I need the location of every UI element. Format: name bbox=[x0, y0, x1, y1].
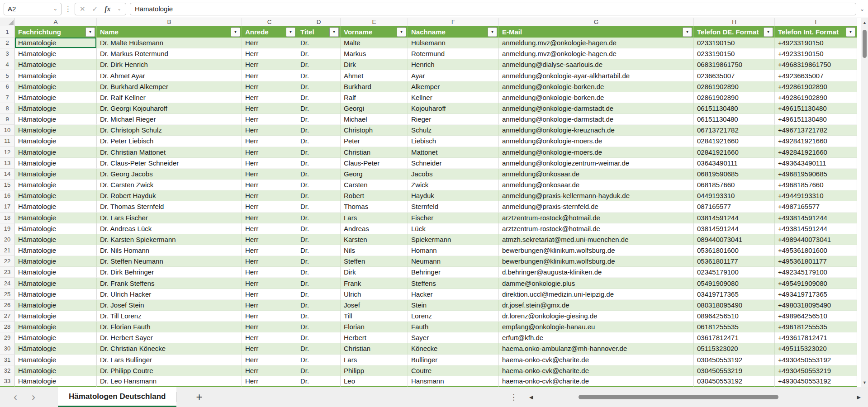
cell-I33[interactable]: +4930450553192 bbox=[775, 376, 857, 387]
cell-H14[interactable]: 06819590685 bbox=[694, 169, 775, 180]
cell-G18[interactable]: arztzentrum-rostock@hotmail.de bbox=[499, 213, 694, 223]
cell-H29[interactable]: 03617812471 bbox=[694, 332, 775, 343]
cell-H32[interactable]: 030450553219 bbox=[694, 365, 775, 376]
cell-B16[interactable]: Dr. Robert Hayduk bbox=[97, 190, 242, 201]
cell-A17[interactable]: Hämatologie bbox=[15, 201, 97, 212]
row-header-11[interactable]: 11 bbox=[0, 136, 15, 147]
cell-A11[interactable]: Hämatologie bbox=[15, 136, 97, 147]
cell-I24[interactable]: +495491909080 bbox=[775, 278, 857, 289]
filter-button-H[interactable]: ▾ bbox=[764, 27, 773, 37]
cell-A23[interactable]: Hämatologie bbox=[15, 267, 97, 278]
cell-B4[interactable]: Dr. Dirk Henrich bbox=[97, 59, 242, 70]
cell-C20[interactable]: Herr bbox=[242, 234, 297, 245]
cell-G7[interactable]: anmeldung@onkologie-borken.de bbox=[499, 92, 694, 103]
cell-B21[interactable]: Dr. Nils Homann bbox=[97, 245, 242, 256]
cell-E23[interactable]: Dirk bbox=[341, 267, 408, 278]
cell-G33[interactable]: haema-onko-cvk@charite.de bbox=[499, 376, 694, 387]
cell-G6[interactable]: anmeldung@onkologie-borken.de bbox=[499, 81, 694, 92]
row-header-13[interactable]: 13 bbox=[0, 158, 15, 169]
cell-E28[interactable]: Florian bbox=[341, 322, 408, 332]
cell-G31[interactable]: haema-onko-cvk@charite.de bbox=[499, 355, 694, 365]
cell-B15[interactable]: Dr. Carsten Zwick bbox=[97, 180, 242, 190]
cell-F23[interactable]: Behringer bbox=[408, 267, 499, 278]
cell-D28[interactable]: Dr. bbox=[297, 322, 341, 332]
cell-H7[interactable]: 02861902890 bbox=[694, 92, 775, 103]
column-header-B[interactable]: B bbox=[97, 18, 242, 26]
cell-G26[interactable]: dr.josef.stein@gmx.de bbox=[499, 300, 694, 311]
cell-D31[interactable]: Dr. bbox=[297, 355, 341, 365]
cell-I20[interactable]: +4989440073041 bbox=[775, 234, 857, 245]
cell-B9[interactable]: Dr. Michael Rieger bbox=[97, 114, 242, 125]
cell-C2[interactable]: Herr bbox=[242, 38, 297, 48]
column-header-D[interactable]: D bbox=[297, 18, 341, 26]
cell-E30[interactable]: Christian bbox=[341, 343, 408, 354]
cell-C17[interactable]: Herr bbox=[242, 201, 297, 212]
cell-D22[interactable]: Dr. bbox=[297, 256, 341, 267]
cell-B20[interactable]: Dr. Karsten Spiekermann bbox=[97, 234, 242, 245]
cell-B6[interactable]: Dr. Burkhard Alkemper bbox=[97, 81, 242, 92]
cell-E12[interactable]: Christian bbox=[341, 147, 408, 158]
cell-A25[interactable]: Hämatologie bbox=[15, 289, 97, 300]
cell-I10[interactable]: +496713721782 bbox=[775, 125, 857, 136]
cell-H25[interactable]: 03419717365 bbox=[694, 289, 775, 300]
cell-H10[interactable]: 06713721782 bbox=[694, 125, 775, 136]
cell-C23[interactable]: Herr bbox=[242, 267, 297, 278]
cell-C15[interactable]: Herr bbox=[242, 180, 297, 190]
cell-B28[interactable]: Dr. Florian Fauth bbox=[97, 322, 242, 332]
cell-B2[interactable]: Dr. Malte Hülsemann bbox=[97, 38, 242, 48]
table-header-titel[interactable]: Titel▾ bbox=[297, 26, 341, 38]
cell-C18[interactable]: Herr bbox=[242, 213, 297, 223]
cell-G10[interactable]: anmeldung@onkologie-kreuznach.de bbox=[499, 125, 694, 136]
cell-C3[interactable]: Herr bbox=[242, 48, 297, 59]
cell-A24[interactable]: Hämatologie bbox=[15, 278, 97, 289]
cell-I18[interactable]: +493814591244 bbox=[775, 213, 857, 223]
cell-A6[interactable]: Hämatologie bbox=[15, 81, 97, 92]
row-header-3[interactable]: 3 bbox=[0, 48, 15, 59]
cell-I13[interactable]: +493643490111 bbox=[775, 158, 857, 169]
cell-I17[interactable]: +4987165577 bbox=[775, 201, 857, 212]
cell-B18[interactable]: Dr. Lars Fischer bbox=[97, 213, 242, 223]
formula-bar-kebab-icon[interactable]: ⋮ bbox=[65, 5, 71, 12]
cell-D20[interactable]: Dr. bbox=[297, 234, 341, 245]
row-header-28[interactable]: 28 bbox=[0, 322, 15, 332]
add-sheet-button[interactable]: + bbox=[196, 392, 202, 402]
table-header-name[interactable]: Name▾ bbox=[97, 26, 242, 38]
confirm-icon[interactable]: ✓ bbox=[92, 5, 98, 13]
cell-F4[interactable]: Henrich bbox=[408, 59, 499, 70]
table-header-telefon-de-format[interactable]: Telefon DE. Format▾ bbox=[694, 26, 775, 38]
column-header-I[interactable]: I bbox=[775, 18, 857, 26]
cell-C13[interactable]: Herr bbox=[242, 158, 297, 169]
cell-E29[interactable]: Herbert bbox=[341, 332, 408, 343]
cell-C19[interactable]: Herr bbox=[242, 223, 297, 234]
table-header-nachname[interactable]: Nachname▾ bbox=[408, 26, 499, 38]
cell-I8[interactable]: +496151130480 bbox=[775, 103, 857, 114]
cell-G29[interactable]: erfurt@kfh.de bbox=[499, 332, 694, 343]
cell-G30[interactable]: haema.onko-ambulanz@mh-hannover.de bbox=[499, 343, 694, 354]
cell-I7[interactable]: +492861902890 bbox=[775, 92, 857, 103]
cell-E17[interactable]: Thomas bbox=[341, 201, 408, 212]
cell-C10[interactable]: Herr bbox=[242, 125, 297, 136]
cell-H26[interactable]: 080318095490 bbox=[694, 300, 775, 311]
cell-E3[interactable]: Markus bbox=[341, 48, 408, 59]
row-header-9[interactable]: 9 bbox=[0, 114, 15, 125]
cell-D14[interactable]: Dr. bbox=[297, 169, 341, 180]
cell-H31[interactable]: 030450553192 bbox=[694, 355, 775, 365]
row-header-23[interactable]: 23 bbox=[0, 267, 15, 278]
cell-A7[interactable]: Hämatologie bbox=[15, 92, 97, 103]
cell-G21[interactable]: bewerbungen@klinikum.wolfsburg.de bbox=[499, 245, 694, 256]
cell-I27[interactable]: +498964256510 bbox=[775, 311, 857, 322]
cell-D26[interactable]: Dr. bbox=[297, 300, 341, 311]
cell-A19[interactable]: Hämatologie bbox=[15, 223, 97, 234]
cell-I6[interactable]: +492861902890 bbox=[775, 81, 857, 92]
cell-G22[interactable]: bewerbungen@klinikum.wolfsburg.de bbox=[499, 256, 694, 267]
table-header-fachrichtung[interactable]: Fachrichtung▾ bbox=[15, 26, 97, 38]
cell-D3[interactable]: Dr. bbox=[297, 48, 341, 59]
filter-button-D[interactable]: ▾ bbox=[329, 27, 339, 37]
row-header-24[interactable]: 24 bbox=[0, 278, 15, 289]
cell-G23[interactable]: d.behringer@augusta-kliniken.de bbox=[499, 267, 694, 278]
cell-E7[interactable]: Ralf bbox=[341, 92, 408, 103]
cell-B26[interactable]: Dr. Josef Stein bbox=[97, 300, 242, 311]
cell-I3[interactable]: +49233190150 bbox=[775, 48, 857, 59]
cancel-icon[interactable]: ✕ bbox=[80, 5, 85, 13]
cell-C26[interactable]: Herr bbox=[242, 300, 297, 311]
